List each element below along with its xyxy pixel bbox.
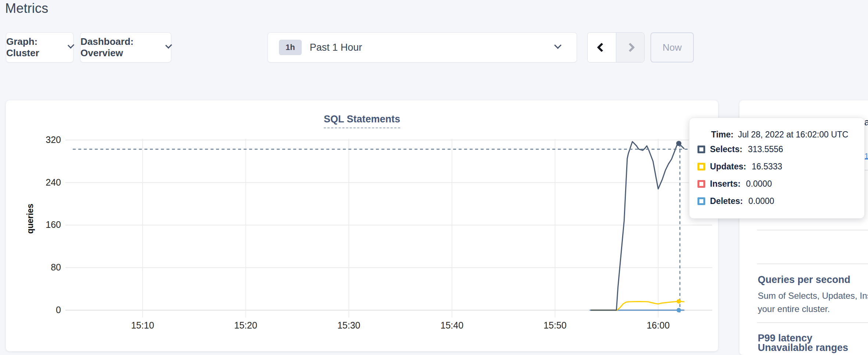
divider — [757, 263, 868, 264]
graph-scope-dropdown[interactable]: Graph: Cluster — [6, 32, 73, 62]
time-range-label: Past 1 Hour — [310, 42, 362, 53]
tooltip-time-label: Time: — [711, 130, 734, 140]
graph-scope-label: Graph: Cluster — [6, 36, 63, 59]
chevron-down-icon — [68, 42, 75, 49]
sidebar-item-p99-latency: P99 latency — [758, 333, 813, 344]
chart-title[interactable]: SQL Statements — [324, 114, 400, 128]
deletes-swatch-icon — [697, 197, 705, 205]
tooltip-time-row: Time: Jul 28, 2022 at 16:02:00 UTC — [711, 128, 857, 141]
page-title: Metrics — [5, 1, 48, 16]
queries-per-second-description: Sum of Selects, Updates, Inser your enti… — [758, 289, 868, 316]
clipped-text-fragment: a — [864, 117, 868, 127]
now-button-label: Now — [663, 42, 682, 53]
clipped-divider-fragment — [865, 170, 868, 171]
updates-swatch-icon — [697, 163, 705, 171]
chevron-down-icon — [554, 42, 562, 49]
time-range-badge: 1h — [279, 40, 302, 55]
inserts-swatch-icon — [697, 180, 705, 188]
chevron-down-icon — [165, 42, 172, 49]
tooltip-series-row: Selects: 313.5556 — [697, 141, 857, 158]
tooltip-time-value: Jul 28, 2022 at 16:02:00 UTC — [738, 130, 848, 140]
dashboard-dropdown[interactable]: Dashboard: Overview — [80, 32, 171, 62]
sidebar-item-queries-per-second: Queries per second — [758, 274, 850, 286]
chevron-right-icon — [625, 43, 635, 52]
time-range-dropdown[interactable]: 1h Past 1 Hour — [268, 32, 577, 62]
divider — [757, 322, 868, 323]
clipped-link-fragment: 1 — [864, 151, 868, 159]
chevron-left-icon — [597, 43, 606, 52]
dashboard-label: Dashboard: Overview — [80, 36, 161, 59]
selects-swatch-icon — [697, 146, 705, 153]
tooltip-series-row: Deletes: 0.0000 — [697, 193, 857, 210]
chart-hover-tooltip: Time: Jul 28, 2022 at 16:02:00 UTC Selec… — [689, 118, 865, 219]
tooltip-series-row: Inserts: 0.0000 — [697, 175, 857, 193]
time-forward-button[interactable] — [616, 33, 645, 62]
time-nav-group — [587, 32, 645, 62]
tooltip-series-row: Updates: 16.5333 — [697, 158, 857, 175]
now-button[interactable]: Now — [650, 32, 694, 62]
divider — [757, 230, 868, 230]
metrics-page: Metrics Graph: Cluster Dashboard: Overvi… — [0, 0, 868, 355]
time-back-button[interactable] — [588, 33, 616, 62]
sql-statements-card: SQL Statements — [6, 100, 718, 351]
